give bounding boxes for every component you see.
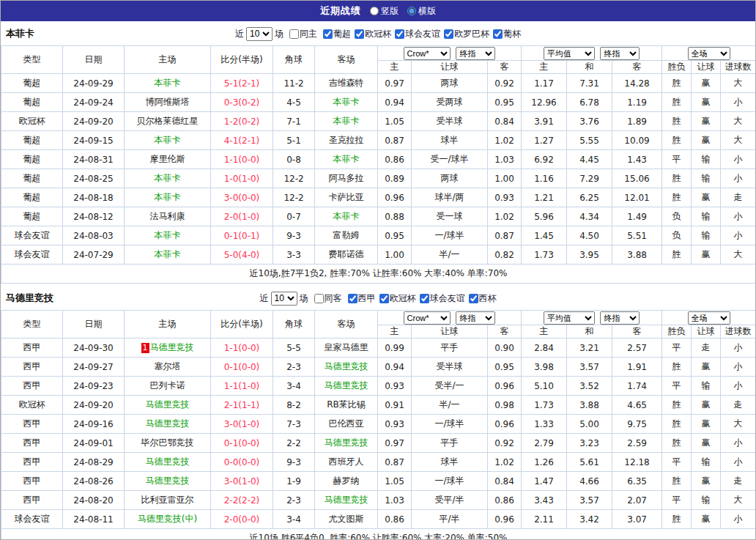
league-checkbox[interactable] bbox=[493, 29, 503, 39]
odds-away-cell: 0.82 bbox=[488, 245, 522, 265]
home-team: 法马利康 bbox=[125, 207, 211, 226]
odds-home-cell: 0.93 bbox=[378, 415, 412, 434]
odds-handicap-cell: 球半/两 bbox=[412, 188, 488, 207]
league-filter[interactable]: 欧冠杯 bbox=[355, 28, 391, 40]
benfica-results-table: 类型 日期 主场 比分(半场) 角球 客场 Crow* 终指 平均值 终指 bbox=[1, 45, 756, 284]
col-odds-home: 主 bbox=[378, 61, 412, 74]
away-team-name: 本菲卡 bbox=[333, 97, 360, 107]
avg-home-cell: 3.91 bbox=[522, 112, 567, 131]
odds-time-select[interactable]: 终指 bbox=[456, 311, 495, 325]
odds-handicap-cell: 平/半 bbox=[412, 510, 488, 529]
home-team: 毕尔巴鄂竞技 bbox=[125, 434, 211, 453]
avg-home-cell: 1.47 bbox=[522, 472, 567, 491]
avg-source-select[interactable]: 平均值 bbox=[544, 311, 595, 325]
league-checkbox[interactable] bbox=[469, 294, 478, 303]
odds-source-select[interactable]: Crow* bbox=[404, 47, 451, 60]
odds-away-cell: 0.98 bbox=[488, 396, 522, 415]
score-cell: 1-1(0-0) bbox=[211, 150, 273, 169]
home-team: 本菲卡 bbox=[125, 245, 211, 265]
result-wdl-cell: 平 bbox=[662, 150, 692, 169]
odds-time-select[interactable]: 终指 bbox=[456, 47, 495, 60]
same-venue-checkbox[interactable] bbox=[289, 29, 299, 39]
league-filter[interactable]: 欧罗巴杯 bbox=[444, 28, 489, 40]
league-checkbox[interactable] bbox=[355, 29, 364, 39]
league-checkbox[interactable] bbox=[323, 29, 333, 39]
avg-draw-cell: 3.23 bbox=[567, 434, 612, 453]
avg-time-select[interactable]: 终指 bbox=[600, 311, 640, 325]
result-goals-cell: 小 bbox=[721, 150, 756, 169]
col-date: 日期 bbox=[63, 46, 125, 74]
league-filter[interactable]: 球会友谊 bbox=[395, 28, 440, 40]
league-filter[interactable]: 葡杯 bbox=[493, 28, 521, 40]
result-header-group: 全场 bbox=[662, 311, 756, 325]
result-wdl-cell: 胜 bbox=[662, 358, 692, 377]
avg-draw-cell: 3.95 bbox=[567, 245, 612, 265]
match-rows: 葡超 24-09-29 本菲卡 5-1(2-1) 11-2 吉维森特 0.97 … bbox=[1, 74, 756, 265]
league-tag: 西甲 bbox=[1, 491, 63, 510]
result-goals-cell: 小 bbox=[721, 339, 756, 358]
league-filter[interactable]: 球会友谊 bbox=[420, 292, 465, 305]
avg-time-select[interactable]: 终指 bbox=[600, 47, 640, 60]
full-match-select[interactable]: 全场 bbox=[688, 311, 730, 325]
home-team: 马德里竞技 bbox=[125, 453, 211, 472]
avg-source-select[interactable]: 平均值 bbox=[544, 47, 595, 60]
home-team: 本菲卡 bbox=[125, 131, 211, 150]
same-venue-label: 同主 bbox=[300, 28, 317, 40]
odds-home-cell: 0.91 bbox=[378, 396, 412, 415]
col-score: 比分(半场) bbox=[211, 46, 273, 74]
league-tag: 西甲 bbox=[1, 472, 63, 491]
league-tag: 西甲 bbox=[1, 453, 63, 472]
result-handicap-cell: 输 bbox=[692, 491, 721, 510]
odds-handicap-cell: 受两球 bbox=[412, 93, 488, 112]
vertical-label: 竖版 bbox=[381, 5, 399, 18]
table-row: 球会友谊 24-08-03 本菲卡 0-1(0-1) 9-3 富勒姆 0.95 … bbox=[1, 226, 756, 245]
league-filter[interactable]: 葡超 bbox=[323, 28, 351, 40]
odds-source-select[interactable]: Crow* bbox=[404, 311, 451, 325]
league-filter[interactable]: 欧冠杯 bbox=[379, 292, 416, 305]
league-checkbox[interactable] bbox=[395, 29, 404, 39]
league-checkbox[interactable] bbox=[444, 29, 453, 39]
odds-home-cell: 0.99 bbox=[378, 339, 412, 358]
away-team: 赫罗纳 bbox=[315, 472, 378, 491]
league-checkbox[interactable] bbox=[379, 294, 389, 303]
same-venue-checkbox[interactable] bbox=[314, 294, 324, 303]
odds-handicap-cell: 受半球 bbox=[412, 358, 488, 377]
odds-handicap-cell: 受平/半 bbox=[412, 491, 488, 510]
away-team: 马德里竞技 bbox=[315, 377, 378, 396]
team-section-benfica: 本菲卡 近 10 场 同主 葡超欧冠杯球会友谊欧罗巴杯葡杯 bbox=[1, 24, 755, 284]
away-team: 尤文图斯 bbox=[315, 510, 378, 529]
vertical-radio-icon[interactable] bbox=[370, 7, 379, 15]
layout-option-vertical[interactable]: 竖版 bbox=[370, 5, 399, 18]
league-label: 西杯 bbox=[479, 292, 497, 305]
col-result-goals: 进球数 bbox=[721, 325, 756, 339]
away-team: 马德里竞技 bbox=[315, 358, 378, 377]
league-checkbox[interactable] bbox=[420, 294, 429, 303]
match-count-select[interactable]: 10 bbox=[246, 27, 273, 41]
league-checkbox[interactable] bbox=[348, 294, 357, 303]
away-team-name: 尤文图斯 bbox=[329, 514, 364, 524]
horizontal-radio-icon[interactable] bbox=[407, 7, 416, 15]
table-row: 葡超 24-09-24 博阿维斯塔 0-3(0-2) 4-5 本菲卡 0.94 … bbox=[1, 93, 756, 112]
table-row: 西甲 24-09-23 巴列卡诺 1-1(1-0) 3-4 马德里竞技 0.93… bbox=[1, 377, 756, 396]
home-team-name: 本菲卡 bbox=[155, 173, 181, 183]
same-venue-filter[interactable]: 同客 bbox=[314, 292, 342, 305]
col-odds-away: 客 bbox=[488, 325, 522, 339]
avg-draw-cell: 6.78 bbox=[567, 93, 612, 112]
match-count-select[interactable]: 10 bbox=[271, 292, 297, 306]
same-venue-filter[interactable]: 同主 bbox=[289, 28, 317, 40]
result-wdl-cell: 胜 bbox=[662, 169, 692, 188]
result-handicap-cell: 赢 bbox=[692, 358, 721, 377]
match-date: 24-09-23 bbox=[63, 377, 125, 396]
avg-home-cell: 1.26 bbox=[522, 453, 567, 472]
league-filter[interactable]: 西杯 bbox=[469, 292, 497, 305]
score-cell: 1-0(1-0) bbox=[211, 169, 273, 188]
odds-home-cell: 0.96 bbox=[378, 188, 412, 207]
full-match-select[interactable]: 全场 bbox=[688, 47, 730, 60]
away-team: 卡萨比亚 bbox=[315, 188, 378, 207]
score-cell: 2-0(1-0) bbox=[211, 207, 273, 226]
result-wdl-cell: 胜 bbox=[662, 93, 692, 112]
league-filter[interactable]: 西甲 bbox=[348, 292, 376, 305]
avg-home-cell: 6.92 bbox=[522, 150, 567, 169]
team-name: 本菲卡 bbox=[6, 27, 34, 40]
layout-option-horizontal[interactable]: 横版 bbox=[407, 5, 436, 18]
